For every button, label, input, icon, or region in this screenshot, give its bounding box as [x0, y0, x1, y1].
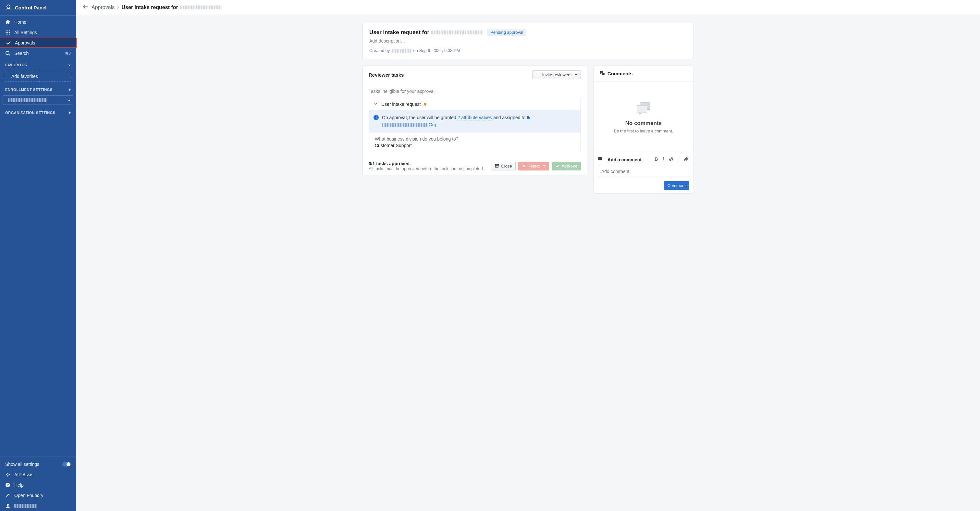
- nav-all-settings-label: All Settings: [14, 30, 37, 35]
- svg-text:i: i: [375, 116, 376, 119]
- show-all-settings-toggle[interactable]: [62, 462, 71, 466]
- comment-submit-label: Comment: [668, 183, 686, 188]
- chevron-right-icon: [69, 88, 71, 92]
- svg-point-1: [6, 30, 7, 32]
- breadcrumb-current-redacted: [180, 6, 222, 10]
- topbar: Approvals › User intake request for: [76, 0, 980, 15]
- svg-point-9: [9, 34, 10, 35]
- comments-header: Comments: [594, 66, 693, 81]
- comment-compose: Add a comment B I |: [594, 153, 693, 193]
- nav-all-settings[interactable]: All Settings: [0, 27, 76, 38]
- created-user-redacted: [392, 49, 412, 53]
- organization-header[interactable]: ORGANIZATION SETTINGS: [0, 106, 76, 117]
- comment-icon: [598, 156, 603, 162]
- link-icon[interactable]: [668, 156, 674, 162]
- grid-icon: [5, 30, 10, 35]
- approve-label: Approve: [562, 164, 577, 169]
- comments-empty-title: No comments: [625, 120, 662, 127]
- svg-point-2: [8, 30, 8, 32]
- italic-icon[interactable]: I: [663, 156, 664, 162]
- add-favorites-button[interactable]: Add favorites: [4, 71, 72, 82]
- plus-icon: [536, 73, 540, 77]
- svg-point-7: [6, 34, 7, 35]
- svg-rect-18: [495, 165, 499, 166]
- building-icon: [527, 115, 531, 121]
- task-footer: 0/1 tasks approved. All tasks must be ap…: [363, 157, 587, 175]
- comments-card: Comments No comments Be the first to lea…: [593, 65, 694, 194]
- attribute-values-link[interactable]: 2 attribute values: [458, 115, 492, 121]
- comments-icon: [600, 70, 605, 76]
- invite-reviewers-button[interactable]: Invite reviewers: [532, 70, 581, 79]
- close-button[interactable]: Close: [491, 162, 515, 170]
- favorites-header[interactable]: FAVORITES: [0, 59, 76, 70]
- user-icon: [5, 503, 10, 508]
- svg-point-8: [8, 34, 8, 35]
- bold-icon[interactable]: B: [655, 156, 658, 162]
- task-info-banner: i On approval, the user will be granted …: [369, 110, 581, 132]
- org-link[interactable]: Org: [382, 122, 436, 127]
- nav-user[interactable]: [0, 501, 76, 511]
- nav-approvals[interactable]: Approvals: [0, 38, 76, 48]
- close-label: Close: [501, 164, 512, 169]
- main: Approvals › User intake request for User…: [76, 0, 980, 511]
- search-icon: [5, 51, 10, 56]
- check-icon: [555, 164, 560, 168]
- reviewer-tasks-body: Tasks ineligible for your approval User …: [363, 84, 587, 157]
- created-suffix: on Sep 9, 2024, 5:02 PM: [414, 48, 460, 53]
- breadcrumb-approvals[interactable]: Approvals: [92, 5, 115, 10]
- question-text: What business division do you belong to?: [375, 136, 575, 142]
- approved-sub: All tasks must be approved before the ta…: [369, 166, 484, 171]
- breadcrumb-current: User intake request for: [121, 5, 222, 10]
- comments-empty-sub: Be the first to leave a comment.: [614, 129, 673, 134]
- comments-empty-state: No comments Be the first to leave a comm…: [594, 81, 693, 153]
- svg-text:?: ?: [7, 483, 9, 487]
- sparkle-icon: [5, 472, 10, 477]
- organization-title: ORGANIZATION SETTINGS: [5, 111, 56, 115]
- nav-approvals-label: Approvals: [15, 40, 35, 45]
- nav-aip-assist[interactable]: AIP Assist: [0, 470, 76, 480]
- add-comment-label: Add a comment: [608, 157, 641, 162]
- description-placeholder[interactable]: Add description…: [369, 38, 687, 43]
- svg-point-4: [6, 32, 7, 33]
- nav-open-foundry[interactable]: Open Foundry: [0, 490, 76, 501]
- reviewer-tasks-header: Reviewer tasks Invite reviewers: [363, 66, 587, 84]
- banner-text: On approval, the user will be granted 2 …: [382, 114, 576, 128]
- svg-point-6: [9, 32, 10, 33]
- page-title: User intake request for: [369, 29, 483, 36]
- home-icon: [5, 19, 10, 25]
- breadcrumb: Approvals › User intake request for: [92, 5, 222, 10]
- org-selector-label-redacted: [8, 99, 47, 102]
- content: User intake request for Pending approval…: [76, 15, 980, 511]
- reject-label: Reject: [528, 164, 540, 169]
- ineligible-label: Tasks ineligible for your approval: [369, 89, 581, 94]
- reject-button[interactable]: Reject: [518, 162, 549, 170]
- nav-help[interactable]: ? Help: [0, 480, 76, 490]
- page-title-redacted: [431, 30, 483, 34]
- question-block: What business division do you belong to?…: [369, 132, 581, 152]
- attachment-icon[interactable]: [684, 156, 689, 162]
- back-icon[interactable]: [83, 4, 88, 11]
- comment-submit-button[interactable]: Comment: [664, 181, 689, 190]
- brand-title: Control Panel: [15, 5, 47, 10]
- help-icon: ?: [5, 482, 10, 488]
- task-title: User intake request: [381, 102, 420, 107]
- nav-open-foundry-label: Open Foundry: [14, 493, 43, 498]
- comments-title: Comments: [608, 71, 633, 76]
- nav-home[interactable]: Home: [0, 17, 76, 27]
- org-link-redacted: [382, 123, 427, 127]
- comment-input[interactable]: [598, 166, 689, 177]
- add-favorites-label: Add favorites: [11, 74, 38, 79]
- org-selector[interactable]: [3, 96, 73, 105]
- info-icon: i: [374, 115, 379, 128]
- compose-toolbar: Add a comment B I |: [598, 156, 689, 162]
- breadcrumb-current-prefix: User intake request for: [121, 5, 178, 10]
- approve-button[interactable]: Approve: [552, 162, 581, 170]
- chevron-down-icon: [374, 101, 378, 107]
- chevron-right-icon: [69, 111, 71, 115]
- nav-search[interactable]: Search ⌘J: [0, 48, 76, 59]
- favorites-title: FAVORITES: [5, 63, 27, 67]
- task-head[interactable]: User intake request: [369, 98, 581, 110]
- enrollment-header[interactable]: ENROLLMENT SETTINGS: [0, 83, 76, 94]
- answer-text: Customer Support: [375, 143, 575, 148]
- approved-status: 0/1 tasks approved.: [369, 161, 411, 166]
